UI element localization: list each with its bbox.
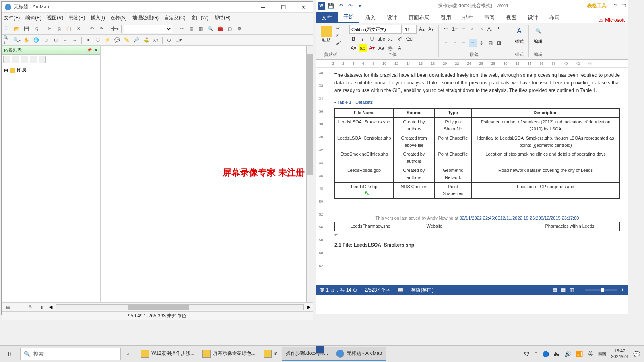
- char-border-icon[interactable]: A: [396, 44, 404, 52]
- shrink-font-icon[interactable]: A▾: [427, 25, 435, 33]
- new-icon[interactable]: 📄: [3, 25, 11, 33]
- search-icon[interactable]: 🔍: [206, 25, 215, 33]
- decrease-indent-icon[interactable]: ⇤: [469, 25, 477, 33]
- pause-icon[interactable]: ⏸: [38, 303, 46, 311]
- cell-source[interactable]: Website: [406, 222, 463, 231]
- hyperlink-icon[interactable]: ⚡: [103, 36, 111, 44]
- editor-icon[interactable]: ✏: [178, 25, 186, 33]
- cell-file[interactable]: LeedsPharmacy.shp: [335, 222, 406, 231]
- select-icon[interactable]: ➤: [84, 36, 92, 44]
- table-cell[interactable]: Created by authors: [394, 117, 434, 134]
- print-layout-icon[interactable]: ▦: [561, 287, 566, 293]
- map-vertical-scrollbar[interactable]: [306, 46, 313, 302]
- tab-table-layout[interactable]: 布局: [544, 12, 566, 23]
- datasets-table[interactable]: File NameSourceTypeDescription LeedsLSOA…: [334, 108, 620, 199]
- maximize-button[interactable]: ☐: [277, 3, 289, 12]
- align-right-icon[interactable]: ≡: [460, 39, 468, 47]
- full-extent-icon[interactable]: 🌐: [32, 36, 40, 44]
- toc-options-icon[interactable]: [39, 56, 46, 63]
- table-row[interactable]: LeedsLSOA_Centroids.shpCreated from abov…: [335, 134, 620, 150]
- bold-button[interactable]: B: [349, 35, 357, 43]
- forward-icon[interactable]: →: [71, 36, 79, 44]
- line-spacing-icon[interactable]: ⇕: [477, 39, 485, 47]
- table-header[interactable]: Description: [472, 109, 620, 118]
- format-painter-icon[interactable]: 🖌: [336, 40, 343, 46]
- show-marks-icon[interactable]: ¶: [495, 25, 503, 33]
- taskbar-task[interactable]: W12案例操作步骤...: [137, 347, 198, 361]
- measure-icon[interactable]: 📏: [123, 36, 131, 44]
- horizontal-ruler[interactable]: 2246810121416182022242628303234363840424…: [316, 60, 628, 68]
- status-page[interactable]: 第 1 页，共 14 页: [320, 287, 357, 294]
- font-color-icon[interactable]: A▾: [368, 44, 376, 52]
- zoom-out-button[interactable]: −: [578, 287, 581, 293]
- table-cell[interactable]: Estimated number of smokers (2012) and i…: [472, 117, 620, 134]
- toc-list-by-selection-icon[interactable]: [30, 56, 37, 63]
- table-cell[interactable]: Identical to LeedsLSOA_Smokers.shp, thou…: [472, 134, 620, 150]
- tab-design[interactable]: 设计: [381, 12, 403, 23]
- start-button[interactable]: ⊞: [2, 346, 19, 362]
- grow-font-icon[interactable]: A▴: [418, 25, 426, 33]
- table-cell[interactable]: Created from above file: [394, 134, 434, 150]
- phonetic-icon[interactable]: ㊥: [386, 44, 394, 52]
- cut-icon[interactable]: ✂: [336, 26, 343, 31]
- delete-icon[interactable]: ✕: [74, 25, 83, 33]
- tray-shield-icon[interactable]: 🛡: [524, 351, 530, 357]
- toc-tree[interactable]: ⊟ 图层: [2, 64, 100, 76]
- italic-button[interactable]: I: [359, 35, 367, 43]
- table-header[interactable]: File Name: [335, 109, 394, 118]
- clear-format-button[interactable]: ⌫: [405, 35, 413, 43]
- table-cell[interactable]: NHS Choices: [394, 182, 434, 198]
- numbering-icon[interactable]: 1≡: [451, 25, 459, 33]
- tray-wifi-icon[interactable]: 📶: [576, 351, 583, 357]
- table-row[interactable]: LeedsLSOA_Smokers.shpCreated by authorsP…: [335, 117, 620, 134]
- table-cell[interactable]: Location of GP surgeries and: [472, 182, 620, 198]
- modelbuilder-icon[interactable]: ⚙: [235, 25, 244, 33]
- map-horizontal-scrollbar[interactable]: [56, 304, 304, 310]
- tab-layout[interactable]: 页面布局: [403, 12, 435, 23]
- toc-close-icon[interactable]: ✕: [94, 48, 97, 52]
- catalog-icon[interactable]: ▥: [197, 25, 205, 33]
- highlight-icon[interactable]: ab: [359, 44, 367, 52]
- taskbar-task-cortana[interactable]: ○: [122, 347, 133, 361]
- qat-customize-icon[interactable]: ▾: [356, 2, 363, 10]
- table-cell[interactable]: Polygon Shapefile: [434, 117, 471, 134]
- tab-review[interactable]: 审阅: [479, 12, 500, 23]
- tray-volume-icon[interactable]: 🔊: [564, 351, 571, 357]
- word-titlebar[interactable]: W 💾 ↶ ↷ ▾ 操作步骤.docx [兼容模式] - Word 表格工具 ?…: [316, 0, 628, 12]
- table-cell[interactable]: Geometric Network: [434, 166, 471, 182]
- table-cell[interactable]: Created by authors: [394, 150, 434, 166]
- table-cell[interactable]: LeedsRoads.gdb: [335, 166, 394, 182]
- toc-header[interactable]: 内容列表 📌 ✕: [2, 46, 100, 55]
- toc-icon[interactable]: ▦: [187, 25, 195, 33]
- cell-type[interactable]: [463, 222, 520, 231]
- viewer-icon[interactable]: ▢▾: [175, 36, 183, 44]
- notifications-icon[interactable]: 💬: [633, 351, 640, 357]
- table-cell[interactable]: Point Shapefiles: [434, 182, 471, 198]
- font-size-combo[interactable]: [403, 25, 417, 34]
- identify-icon[interactable]: ⓘ: [94, 36, 102, 44]
- menu-windows[interactable]: 窗口(W): [191, 14, 208, 21]
- section-heading[interactable]: 2.1 File: LeedsLSOA_Smokers.shp: [334, 241, 620, 249]
- document-page[interactable]: The datasets for this practical have all…: [326, 68, 628, 285]
- toc-list-by-visibility-icon[interactable]: [21, 56, 28, 63]
- save-icon[interactable]: 💾: [23, 25, 31, 33]
- zoom-out-icon[interactable]: 🔍-: [13, 36, 21, 44]
- tab-home[interactable]: 开始: [338, 12, 359, 23]
- web-layout-icon[interactable]: ▥: [570, 287, 574, 293]
- paste-icon[interactable]: 📋: [65, 25, 73, 33]
- table-cell[interactable]: Location of stop smoking clinics and det…: [472, 150, 620, 166]
- shading-icon[interactable]: ▨: [486, 39, 494, 47]
- zoom-in-button[interactable]: +: [621, 287, 624, 293]
- fixed-zoom-in-icon[interactable]: ⊞: [42, 36, 50, 44]
- superscript-button[interactable]: x²: [396, 35, 404, 43]
- footer-timestamp-link[interactable]: 02/11/2022 22:45:0012/11/2022 18:26:208/…: [460, 216, 579, 220]
- toc-layer-root[interactable]: ⊟ 图层: [4, 67, 97, 74]
- tray-bluetooth-icon[interactable]: 🔵: [542, 351, 549, 357]
- hscroll-left-icon[interactable]: ◀: [49, 304, 52, 310]
- zoom-thumb[interactable]: [601, 288, 604, 292]
- text-effects-icon[interactable]: A▾: [349, 44, 357, 52]
- tab-file[interactable]: 文件: [316, 12, 338, 23]
- goto-xy-icon[interactable]: XY: [152, 36, 160, 44]
- menu-help[interactable]: 帮助(H): [214, 14, 231, 21]
- table-cell[interactable]: Road network dataset covering the city o…: [472, 166, 620, 182]
